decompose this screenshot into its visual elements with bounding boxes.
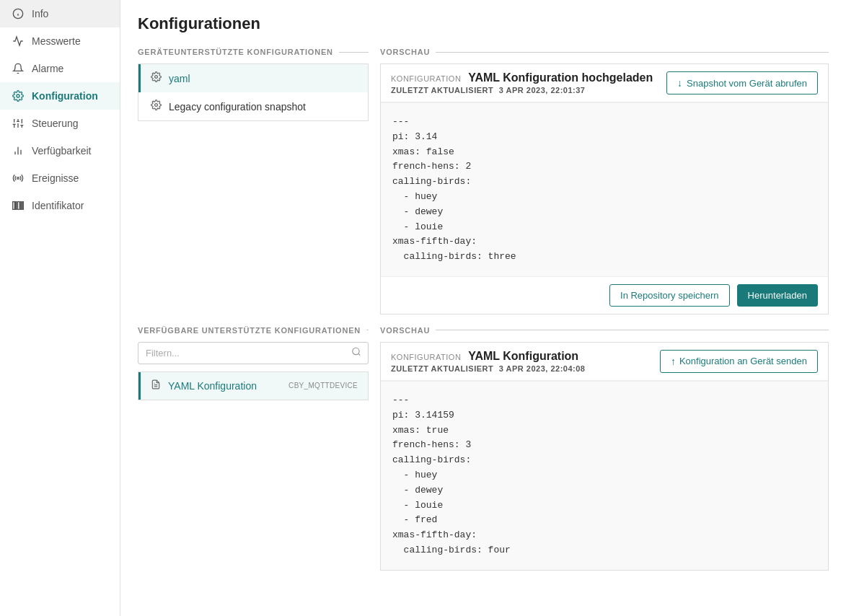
device-preview-code: --- pi: 3.14 xmas: false french-hens: 2 … xyxy=(381,102,828,276)
device-config-item-legacy[interactable]: Legacy configuration snapshot xyxy=(138,92,368,120)
device-preview-section-header: VORSCHAU xyxy=(380,48,829,56)
gear-small-icon xyxy=(151,71,162,85)
save-repository-button[interactable]: In Repository speichern xyxy=(609,284,730,307)
sidebar-item-konfiguration-label: Konfiguration xyxy=(32,90,98,102)
available-preview-header: KONFIGURATION YAML Konfiguration ZULETZT… xyxy=(381,343,828,381)
device-config-item-legacy-label: Legacy configuration snapshot xyxy=(169,101,306,113)
bar-chart-icon xyxy=(12,144,25,157)
available-config-left: VERFÜGBARE UNTERSTÜTZTE KONFIGURATIONEN … xyxy=(138,326,369,571)
sidebar-item-identifikator-label: Identifikator xyxy=(32,200,84,211)
sidebar-item-steuerung-label: Steuerung xyxy=(32,118,79,129)
gear-small-icon2 xyxy=(151,100,162,113)
device-preview-info: KONFIGURATION YAML Konfiguration hochgel… xyxy=(391,71,653,94)
device-section: GERÄTEUNTERSTÜTZTE KONFIGURATIONEN yaml … xyxy=(138,48,829,314)
svg-point-3 xyxy=(17,94,19,97)
svg-rect-20 xyxy=(20,202,21,210)
sidebar-item-messwerte-label: Messwerte xyxy=(32,35,81,47)
svg-rect-21 xyxy=(22,202,23,210)
sidebar-item-verfuegbarkeit-label: Verfügbarkeit xyxy=(32,145,92,157)
svg-point-23 xyxy=(155,104,158,107)
download-button[interactable]: Herunterladen xyxy=(737,284,818,307)
available-section-header: VERFÜGBARE UNTERSTÜTZTE KONFIGURATIONEN xyxy=(138,326,369,335)
device-preview-config-label: KONFIGURATION YAML Konfiguration hochgel… xyxy=(391,71,653,84)
sidebar-item-info[interactable]: Info xyxy=(0,0,120,27)
available-config-item-yaml-label: YAML Konfiguration xyxy=(168,380,257,392)
sidebar-item-ereignisse-label: Ereignisse xyxy=(32,172,79,184)
svg-point-22 xyxy=(155,76,158,79)
device-config-item-yaml-label: yaml xyxy=(169,73,190,84)
sliders-icon xyxy=(12,117,25,130)
info-icon xyxy=(12,7,25,20)
barcode-icon xyxy=(12,199,25,212)
device-config-item-yaml[interactable]: yaml xyxy=(138,64,368,92)
svg-line-25 xyxy=(358,354,361,356)
radio-icon xyxy=(12,172,25,185)
main-content: Konfigurationen GERÄTEUNTERSTÜTZTE KONFI… xyxy=(120,0,846,616)
chart-line-icon xyxy=(12,35,25,48)
available-preview-meta: ZULETZT AKTUALISIERT 3 Apr 2023, 22:04:0… xyxy=(391,364,585,373)
device-preview: KONFIGURATION YAML Konfiguration hochgel… xyxy=(380,63,829,314)
device-config-list: yaml Legacy configuration snapshot xyxy=(138,63,369,121)
sidebar-item-alarme-label: Alarme xyxy=(32,63,63,74)
available-section: VERFÜGBARE UNTERSTÜTZTE KONFIGURATIONEN … xyxy=(138,326,829,571)
available-preview-panel: VORSCHAU KONFIGURATION YAML Konfiguratio… xyxy=(380,326,829,571)
available-preview-config-label: KONFIGURATION YAML Konfiguration xyxy=(391,350,585,363)
search-icon xyxy=(351,347,361,359)
filter-wrap xyxy=(138,342,369,364)
sidebar: Info Messwerte Alarme Konfiguration Steu… xyxy=(0,0,120,616)
sidebar-item-verfuegbarkeit[interactable]: Verfügbarkeit xyxy=(0,137,120,164)
svg-point-16 xyxy=(17,177,19,180)
sidebar-item-ereignisse[interactable]: Ereignisse xyxy=(0,164,120,192)
device-preview-panel: VORSCHAU KONFIGURATION YAML Konfiguratio… xyxy=(380,48,829,314)
filter-input[interactable] xyxy=(138,342,369,364)
document-icon xyxy=(151,379,161,392)
svg-rect-19 xyxy=(17,202,19,210)
sidebar-item-alarme[interactable]: Alarme xyxy=(0,55,120,82)
page-title: Konfigurationen xyxy=(138,14,829,33)
device-preview-actions-bottom: In Repository speichern Herunterladen xyxy=(381,276,828,314)
device-section-header: GERÄTEUNTERSTÜTZTE KONFIGURATIONEN xyxy=(138,48,369,56)
svg-rect-18 xyxy=(16,202,17,210)
available-preview-actions-top: ↑ Konfiguration an Gerät senden xyxy=(660,350,818,373)
device-preview-meta: ZULETZT AKTUALISIERT 3 Apr 2023, 22:01:3… xyxy=(391,86,653,94)
svg-point-24 xyxy=(353,348,359,355)
available-config-list: YAML Konfiguration CBY_MQTTDEVICE xyxy=(138,371,369,400)
cog-icon xyxy=(12,89,25,102)
snapshot-button[interactable]: Snapshot vom Gerät abrufen xyxy=(666,71,818,94)
sidebar-item-info-label: Info xyxy=(32,8,48,19)
svg-rect-17 xyxy=(13,202,15,210)
device-preview-header: KONFIGURATION YAML Konfiguration hochgel… xyxy=(381,64,828,102)
available-preview-info: KONFIGURATION YAML Konfiguration ZULETZT… xyxy=(391,350,585,373)
device-preview-actions-top: Snapshot vom Gerät abrufen xyxy=(666,71,818,94)
bell-icon xyxy=(12,62,25,75)
send-config-button[interactable]: ↑ Konfiguration an Gerät senden xyxy=(660,350,818,373)
available-preview: KONFIGURATION YAML Konfiguration ZULETZT… xyxy=(380,342,829,571)
sidebar-item-konfiguration[interactable]: Konfiguration xyxy=(0,82,120,110)
sidebar-item-messwerte[interactable]: Messwerte xyxy=(0,27,120,55)
sidebar-item-identifikator[interactable]: Identifikator xyxy=(0,192,120,219)
device-config-left: GERÄTEUNTERSTÜTZTE KONFIGURATIONEN yaml … xyxy=(138,48,369,314)
available-config-item-yaml[interactable]: YAML Konfiguration CBY_MQTTDEVICE xyxy=(138,372,368,400)
available-preview-section-header: VORSCHAU xyxy=(380,326,829,335)
sidebar-item-steuerung[interactable]: Steuerung xyxy=(0,110,120,137)
available-preview-code: --- pi: 3.14159 xmas: true french-hens: … xyxy=(381,381,828,570)
available-config-item-badge: CBY_MQTTDEVICE xyxy=(288,382,358,390)
